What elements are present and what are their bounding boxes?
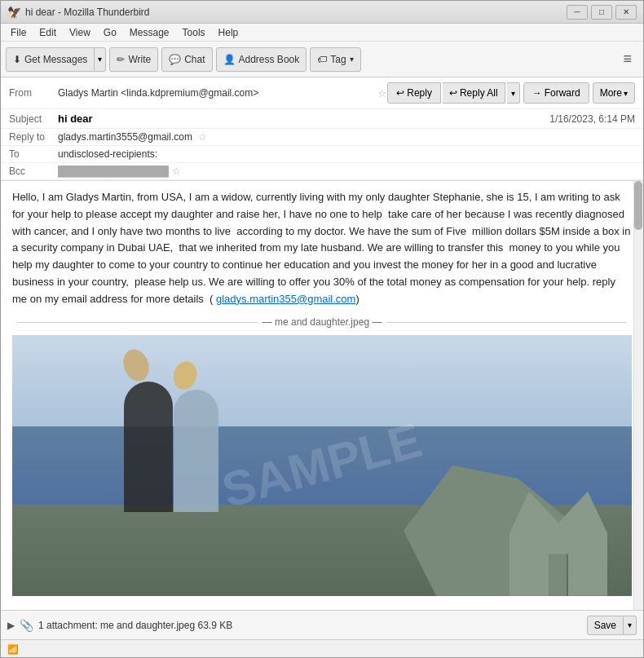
from-value: Gladys Martin <linda.kdpremium@gmail.com… <box>58 87 374 99</box>
save-dropdown[interactable]: ▾ <box>624 616 637 635</box>
menu-help[interactable]: Help <box>212 25 245 40</box>
to-address: undisclosed-recipients: <box>58 148 157 160</box>
email-body: Hello, I am Gladys Martin, from USA, I a… <box>1 181 643 610</box>
from-label: From <box>9 87 58 99</box>
address-book-icon: 👤 <box>223 54 236 65</box>
email-link[interactable]: gladys.martin355@gmail.com <box>216 293 355 305</box>
get-messages-icon: ⬇ <box>13 54 21 65</box>
tag-button[interactable]: 🏷 Tag ▾ <box>310 47 360 72</box>
email-body-area[interactable]: Hello, I am Gladys Martin, from USA, I a… <box>1 181 643 610</box>
address-book-button[interactable]: 👤 Address Book <box>216 47 307 72</box>
scrollbar-thumb[interactable] <box>634 181 642 230</box>
menu-message[interactable]: Message <box>123 25 176 40</box>
menu-hamburger-button[interactable]: ≡ <box>616 47 638 71</box>
bcc-label: Bcc <box>9 166 58 177</box>
from-row: From Gladys Martin <linda.kdpremium@gmai… <box>1 77 643 109</box>
app-icon: 🦅 <box>7 6 20 19</box>
main-content: From Gladys Martin <linda.kdpremium@gmai… <box>1 77 643 658</box>
attachment-bar: ▶ 📎 1 attachment: me and daughter.jpeg 6… <box>1 610 643 639</box>
star-icon[interactable]: ☆ <box>377 87 387 99</box>
chat-button[interactable]: 💬 Chat <box>161 47 212 72</box>
get-messages-dropdown[interactable]: ▾ <box>95 47 106 72</box>
email-date: 1/16/2023, 6:14 PM <box>549 113 635 125</box>
attachment-count: 1 attachment: me and daughter.jpeg 63.9 … <box>38 620 582 631</box>
write-label: Write <box>128 54 151 65</box>
expand-icon[interactable]: ▶ <box>7 620 15 631</box>
reply-all-label: Reply All <box>460 87 498 99</box>
replyto-label: Reply to <box>9 131 58 143</box>
address-book-label: Address Book <box>239 54 300 65</box>
email-body-text: Hello, I am Gladys Martin, from USA, I a… <box>12 189 632 308</box>
save-label: Save <box>594 620 616 631</box>
chat-icon: 💬 <box>169 54 181 65</box>
menu-edit[interactable]: Edit <box>33 25 63 40</box>
bcc-star[interactable]: ☆ <box>172 166 181 177</box>
reply-all-icon: ↩ <box>449 87 457 99</box>
replyto-row: Reply to gladys.martin3555@gmail.com ☆ <box>1 129 643 146</box>
to-label: To <box>9 148 58 160</box>
reply-all-dropdown[interactable]: ▾ <box>507 82 520 104</box>
toolbar: ⬇ Get Messages ▾ ✏ Write 💬 Chat 👤 Addres… <box>1 42 643 77</box>
more-label: More <box>600 87 622 99</box>
write-button[interactable]: ✏ Write <box>109 47 158 72</box>
reply-icon: ↩ <box>396 87 404 99</box>
action-buttons: ↩ Reply ↩ Reply All ▾ → Forward More ▾ <box>387 82 635 104</box>
minimize-button[interactable]: ─ <box>567 5 588 20</box>
tag-label: Tag <box>330 54 346 65</box>
attachment-image: SAMPLE <box>12 335 632 596</box>
maximize-button[interactable]: □ <box>591 5 612 20</box>
tag-icon: 🏷 <box>317 54 327 65</box>
attachment-divider: — me and daughter.jpeg — <box>12 315 632 330</box>
forward-label: Forward <box>545 87 580 99</box>
window-title: hi dear - Mozilla Thunderbird <box>25 7 567 18</box>
chat-label: Chat <box>184 54 205 65</box>
reply-button[interactable]: ↩ Reply <box>387 82 441 104</box>
forward-icon: → <box>532 87 542 99</box>
save-button[interactable]: Save <box>587 616 624 635</box>
menu-file[interactable]: File <box>4 25 33 40</box>
more-dropdown-icon: ▾ <box>624 89 628 98</box>
subject-label: Subject <box>9 113 58 125</box>
close-button[interactable]: ✕ <box>615 5 637 20</box>
menu-go[interactable]: Go <box>97 25 123 40</box>
to-row: To undisclosed-recipients: <box>1 146 643 163</box>
forward-button[interactable]: → Forward <box>523 82 589 104</box>
bcc-value: ████████████████ <box>58 166 169 177</box>
get-messages-label: Get Messages <box>24 54 87 65</box>
status-bar: 📶 <box>1 639 643 658</box>
wifi-icon: 📶 <box>7 644 19 655</box>
write-icon: ✏ <box>117 54 125 65</box>
replyto-value: gladys.martin3555@gmail.com ☆ <box>58 131 635 143</box>
reply-all-button[interactable]: ↩ Reply All <box>443 82 505 104</box>
menu-tools[interactable]: Tools <box>176 25 212 40</box>
window-controls: ─ □ ✕ <box>567 5 637 20</box>
replyto-star[interactable]: ☆ <box>198 131 207 143</box>
email-header: From Gladys Martin <linda.kdpremium@gmai… <box>1 77 643 181</box>
tag-dropdown-icon: ▾ <box>350 55 354 64</box>
paperclip-icon: 📎 <box>20 619 33 632</box>
get-messages-button[interactable]: ⬇ Get Messages <box>6 47 95 72</box>
to-value: undisclosed-recipients: <box>58 148 635 160</box>
reply-label: Reply <box>407 87 432 99</box>
subject-row: Subject hi dear 1/16/2023, 6:14 PM <box>1 109 643 129</box>
more-button[interactable]: More ▾ <box>593 82 635 104</box>
replyto-email: gladys.martin3555@gmail.com <box>58 131 192 143</box>
subject-value: hi dear <box>58 113 549 125</box>
menu-view[interactable]: View <box>63 25 97 40</box>
title-bar: 🦅 hi dear - Mozilla Thunderbird ─ □ ✕ <box>1 1 643 24</box>
menu-bar: File Edit View Go Message Tools Help <box>1 24 643 42</box>
scrollbar[interactable] <box>633 181 643 610</box>
bcc-row: Bcc ████████████████ ☆ <box>1 163 643 180</box>
attachment-filename-label: — me and daughter.jpeg — <box>262 315 382 330</box>
